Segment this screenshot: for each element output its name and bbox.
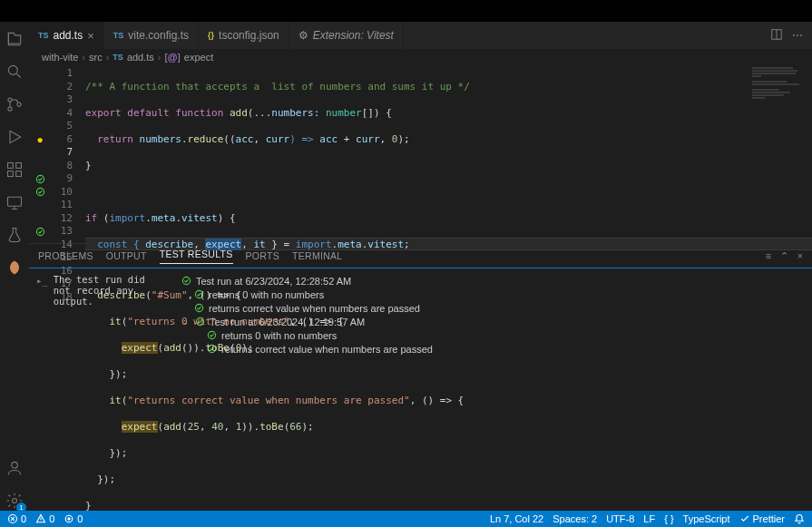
status-warnings[interactable]: 0	[35, 513, 54, 524]
tab-extension-vitest[interactable]: ⚙ Extension: Vitest	[289, 22, 404, 49]
code-content[interactable]: /** A function that accepts a list of nu…	[73, 65, 812, 243]
code-editor[interactable]: ● 123456789101112131415161718 /** A func…	[29, 65, 812, 243]
svg-rect-5	[16, 163, 22, 169]
gutter: ●	[29, 65, 51, 243]
breadcrumb-file[interactable]: add.ts	[127, 52, 154, 63]
typescript-icon: TS	[113, 53, 123, 62]
svg-rect-7	[16, 171, 22, 177]
symbol-icon: [@]	[165, 52, 181, 63]
test-pass-icon[interactable]	[35, 174, 45, 184]
lightbulb-icon[interactable]: ●	[36, 133, 43, 146]
tab-label: tsconfig.json	[219, 29, 279, 42]
minimap[interactable]	[752, 67, 807, 103]
breadcrumb-symbol[interactable]: expect	[184, 52, 213, 63]
close-icon[interactable]: ×	[87, 29, 94, 43]
more-icon[interactable]: ⋯	[792, 29, 803, 42]
editor-tabs: TS add.ts × TS vite.config.ts {} tsconfi…	[29, 22, 812, 49]
svg-point-9	[12, 462, 18, 468]
status-errors[interactable]: 0	[7, 513, 26, 524]
json-icon: {}	[208, 31, 214, 40]
tab-vite-config[interactable]: TS vite.config.ts	[104, 22, 199, 49]
test-pass-icon[interactable]	[35, 187, 45, 197]
gitlens-icon[interactable]	[5, 258, 24, 278]
svg-point-2	[8, 107, 12, 111]
tab-label: vite.config.ts	[128, 29, 189, 42]
tab-add-ts[interactable]: TS add.ts ×	[29, 22, 104, 49]
settings-gear-icon[interactable]: 1	[5, 491, 24, 511]
remote-icon[interactable]	[5, 192, 24, 212]
svg-point-10	[13, 499, 17, 503]
breadcrumb-folder[interactable]: src	[89, 52, 103, 63]
breadcrumb-root[interactable]: with-vite	[42, 52, 78, 63]
source-control-icon[interactable]	[5, 94, 24, 114]
svg-rect-8	[8, 197, 22, 206]
search-icon[interactable]	[5, 62, 24, 82]
testing-icon[interactable]	[5, 225, 24, 245]
line-numbers: 123456789101112131415161718	[51, 65, 73, 243]
tab-tsconfig[interactable]: {} tsconfig.json	[199, 22, 289, 49]
svg-rect-6	[8, 171, 14, 177]
run-debug-icon[interactable]	[5, 127, 24, 147]
typescript-icon: TS	[38, 31, 49, 40]
typescript-icon: TS	[113, 31, 124, 40]
test-pass-icon[interactable]	[35, 227, 45, 237]
status-ports[interactable]: 0	[64, 513, 83, 524]
explorer-icon[interactable]	[5, 29, 24, 49]
split-editor-icon[interactable]	[770, 28, 783, 44]
accounts-icon[interactable]	[5, 458, 24, 478]
svg-rect-4	[8, 163, 14, 169]
macos-title-bar	[0, 0, 812, 22]
breadcrumb[interactable]: with-vite› src› TS add.ts› [@] expect	[29, 49, 812, 65]
svg-point-3	[17, 102, 21, 106]
extensions-icon[interactable]	[5, 160, 24, 180]
svg-point-1	[8, 98, 12, 102]
activity-bar: 1	[0, 22, 29, 511]
tab-label: add.ts	[54, 29, 83, 42]
tab-label: Extension: Vitest	[313, 29, 394, 42]
svg-point-23	[68, 518, 70, 520]
extension-icon: ⚙	[298, 29, 308, 42]
svg-point-0	[8, 65, 17, 74]
